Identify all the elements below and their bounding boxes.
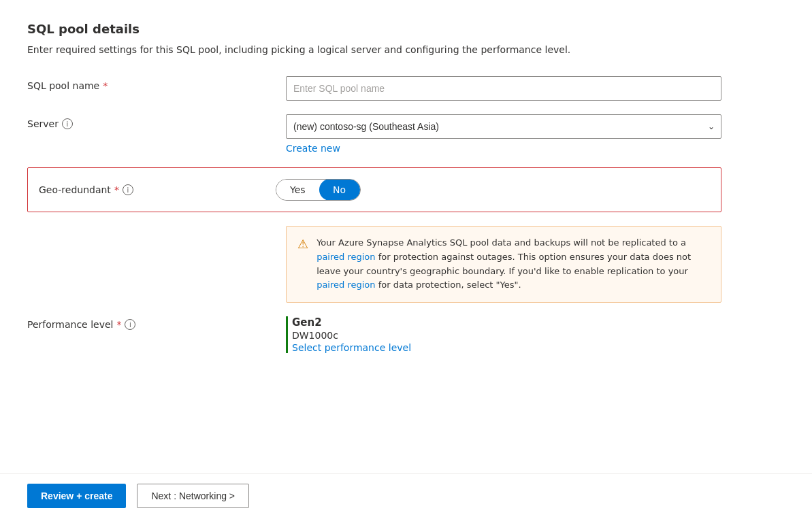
server-select-wrapper: (new) contoso-sg (Southeast Asia) ⌄ — [286, 114, 721, 139]
performance-dw-label: DW1000c — [292, 330, 721, 341]
warning-text-after-link2: for data protection, select "Yes". — [376, 280, 521, 290]
server-select[interactable]: (new) contoso-sg (Southeast Asia) — [286, 114, 721, 139]
geo-redundant-no-option[interactable]: No — [319, 179, 360, 201]
warning-text-before-link1: Your Azure Synapse Analytics SQL pool da… — [316, 237, 686, 248]
server-control: (new) contoso-sg (Southeast Asia) ⌄ Crea… — [286, 114, 721, 154]
geo-redundant-info-icon[interactable]: i — [123, 184, 133, 195]
performance-level-label: Performance level * i — [27, 316, 286, 330]
performance-level-label-text: Performance level — [27, 319, 113, 330]
server-label: Server i — [27, 114, 286, 129]
geo-redundant-yes-option[interactable]: Yes — [276, 179, 319, 201]
sql-pool-name-input[interactable] — [286, 76, 721, 101]
create-new-link[interactable]: Create new — [286, 143, 340, 154]
geo-redundant-label: Geo-redundant * i — [39, 184, 276, 195]
sql-pool-name-label: SQL pool name * — [27, 76, 286, 91]
sql-pool-name-row: SQL pool name * — [27, 76, 721, 101]
geo-redundant-row: Geo-redundant * i Yes No — [27, 167, 721, 212]
performance-level-required: * — [116, 319, 121, 330]
performance-gen-label: Gen2 — [292, 316, 721, 329]
section-title: SQL pool details — [27, 22, 721, 36]
section-description: Enter required settings for this SQL poo… — [27, 43, 721, 57]
performance-level-info-icon[interactable]: i — [125, 319, 135, 330]
warning-text: Your Azure Synapse Analytics SQL pool da… — [316, 236, 710, 293]
paired-region-link-1[interactable]: paired region — [316, 252, 375, 262]
review-create-button[interactable]: Review + create — [27, 484, 126, 508]
geo-redundant-warning: ⚠ Your Azure Synapse Analytics SQL pool … — [286, 226, 721, 303]
server-label-text: Server — [27, 118, 59, 129]
sql-pool-name-required: * — [103, 80, 108, 91]
sql-pool-name-label-text: SQL pool name — [27, 80, 99, 91]
server-row: Server i (new) contoso-sg (Southeast Asi… — [27, 114, 721, 154]
warning-icon: ⚠ — [297, 237, 308, 251]
geo-redundant-label-text: Geo-redundant — [39, 184, 111, 195]
performance-level-value: Gen2 DW1000c Select performance level — [286, 316, 721, 353]
paired-region-link-2[interactable]: paired region — [316, 280, 375, 290]
performance-level-row: Performance level * i Gen2 DW1000c Selec… — [27, 316, 721, 353]
geo-redundant-required: * — [114, 184, 119, 195]
select-performance-level-link[interactable]: Select performance level — [292, 342, 721, 353]
sql-pool-name-control — [286, 76, 721, 101]
geo-redundant-toggle[interactable]: Yes No — [276, 179, 361, 201]
server-info-icon[interactable]: i — [62, 118, 73, 129]
footer-bar: Review + create Next : Networking > — [0, 473, 812, 517]
next-networking-button[interactable]: Next : Networking > — [137, 484, 249, 508]
